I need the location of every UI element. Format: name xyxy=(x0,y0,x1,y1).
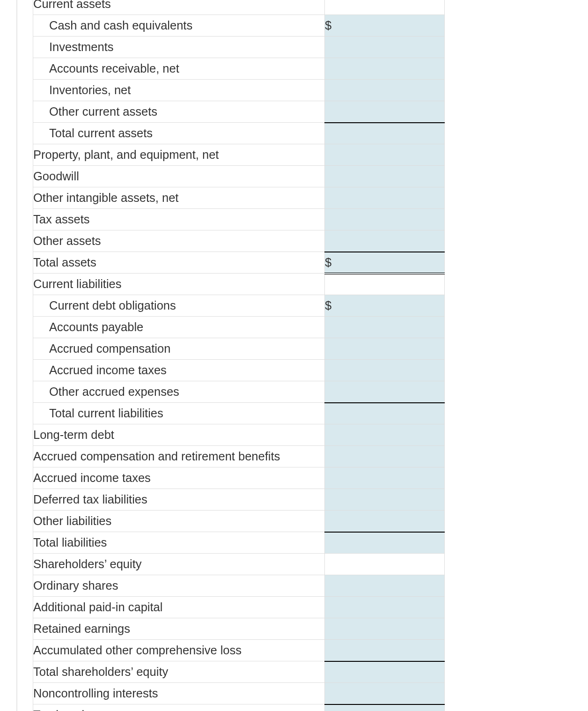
table-row: Total current assets xyxy=(33,123,445,144)
table-row: Other current assets xyxy=(33,101,445,123)
value-cell[interactable] xyxy=(325,532,445,554)
line-item-label: Current liabilities xyxy=(33,274,325,295)
line-item-label: Accounts receivable, net xyxy=(33,58,325,80)
table-row: Accrued income taxes xyxy=(33,360,445,381)
value-cell[interactable] xyxy=(325,209,445,230)
value-cell[interactable]: $ xyxy=(325,15,445,37)
value-cell[interactable] xyxy=(325,618,445,640)
value-cell[interactable] xyxy=(325,166,445,187)
value-cell xyxy=(325,274,445,295)
table-row: Ordinary shares xyxy=(33,575,445,597)
table-row: Total liabilities xyxy=(33,532,445,554)
value-cell[interactable] xyxy=(325,123,445,144)
table-row: Retained earnings xyxy=(33,618,445,640)
line-item-label: Additional paid-in capital xyxy=(33,597,325,618)
value-cell[interactable] xyxy=(325,640,445,661)
value-cell[interactable] xyxy=(325,597,445,618)
value-cell[interactable]: $ xyxy=(325,252,445,274)
table-row: Other accrued expenses xyxy=(33,381,445,403)
line-item-label: Current assets xyxy=(33,0,325,15)
page: Current assetsCash and cash equivalents$… xyxy=(0,0,588,711)
value-cell[interactable] xyxy=(325,683,445,704)
value-cell[interactable] xyxy=(325,187,445,209)
value-cell[interactable] xyxy=(325,511,445,532)
value-cell[interactable] xyxy=(325,704,445,711)
value-cell[interactable] xyxy=(325,489,445,511)
line-item-label: Accrued compensation xyxy=(33,338,325,360)
table-row: Other liabilities xyxy=(33,511,445,532)
table-row: Cash and cash equivalents$ xyxy=(33,15,445,37)
value-cell[interactable] xyxy=(325,467,445,489)
value-cell[interactable] xyxy=(325,661,445,683)
table-row: Accrued income taxes xyxy=(33,467,445,489)
line-item-label: Total current assets xyxy=(33,123,325,144)
line-item-label: Total liabilities xyxy=(33,532,325,554)
line-item-label: Investments xyxy=(33,37,325,58)
table-row: Accounts receivable, net xyxy=(33,58,445,80)
table-row: Property, plant, and equipment, net xyxy=(33,144,445,166)
value-cell[interactable] xyxy=(325,80,445,101)
value-cell[interactable] xyxy=(325,446,445,467)
table-row: Additional paid-in capital xyxy=(33,597,445,618)
line-item-label: Long-term debt xyxy=(33,424,325,446)
table-row: Long-term debt xyxy=(33,424,445,446)
value-cell xyxy=(325,554,445,575)
table-row: Accumulated other comprehensive loss xyxy=(33,640,445,661)
value-cell[interactable] xyxy=(325,144,445,166)
table-row: Investments xyxy=(33,37,445,58)
table-row: Current debt obligations$ xyxy=(33,295,445,317)
balance-sheet-table: Current assetsCash and cash equivalents$… xyxy=(33,0,445,711)
line-item-label: Shareholders’ equity xyxy=(33,554,325,575)
line-item-label: Deferred tax liabilities xyxy=(33,489,325,511)
value-cell[interactable] xyxy=(325,360,445,381)
table-row: Deferred tax liabilities xyxy=(33,489,445,511)
value-cell[interactable] xyxy=(325,230,445,252)
value-cell[interactable] xyxy=(325,424,445,446)
table-row: Accrued compensation and retirement bene… xyxy=(33,446,445,467)
left-margin-rule xyxy=(16,0,17,711)
value-cell[interactable] xyxy=(325,101,445,123)
line-item-label: Other current assets xyxy=(33,101,325,123)
line-item-label: Total assets xyxy=(33,252,325,274)
line-item-label: Current debt obligations xyxy=(33,295,325,317)
value-cell[interactable] xyxy=(325,381,445,403)
line-item-label: Accrued income taxes xyxy=(33,467,325,489)
table-row: Current assets xyxy=(33,0,445,15)
table-row: Noncontrolling interests xyxy=(33,683,445,704)
line-item-label: Other assets xyxy=(33,230,325,252)
table-row: Accrued compensation xyxy=(33,338,445,360)
value-cell[interactable] xyxy=(325,338,445,360)
line-item-label: Inventories, net xyxy=(33,80,325,101)
table-row: Goodwill xyxy=(33,166,445,187)
value-cell[interactable] xyxy=(325,403,445,424)
value-cell[interactable] xyxy=(325,575,445,597)
table-row: Current liabilities xyxy=(33,274,445,295)
table-row: Total equity xyxy=(33,704,445,711)
line-item-label: Noncontrolling interests xyxy=(33,683,325,704)
value-cell[interactable] xyxy=(325,317,445,338)
line-item-label: Property, plant, and equipment, net xyxy=(33,144,325,166)
content-area: Current assetsCash and cash equivalents$… xyxy=(33,0,445,711)
line-item-label: Accrued income taxes xyxy=(33,360,325,381)
line-item-label: Accounts payable xyxy=(33,317,325,338)
line-item-label: Other intangible assets, net xyxy=(33,187,325,209)
line-item-label: Goodwill xyxy=(33,166,325,187)
value-cell[interactable] xyxy=(325,58,445,80)
line-item-label: Total equity xyxy=(33,704,325,711)
value-cell[interactable] xyxy=(325,37,445,58)
value-cell xyxy=(325,0,445,15)
table-row: Total assets$ xyxy=(33,252,445,274)
line-item-label: Total current liabilities xyxy=(33,403,325,424)
line-item-label: Total shareholders’ equity xyxy=(33,661,325,683)
value-cell[interactable]: $ xyxy=(325,295,445,317)
table-row: Other intangible assets, net xyxy=(33,187,445,209)
line-item-label: Retained earnings xyxy=(33,618,325,640)
line-item-label: Accumulated other comprehensive loss xyxy=(33,640,325,661)
line-item-label: Ordinary shares xyxy=(33,575,325,597)
line-item-label: Other liabilities xyxy=(33,511,325,532)
table-row: Other assets xyxy=(33,230,445,252)
line-item-label: Other accrued expenses xyxy=(33,381,325,403)
line-item-label: Tax assets xyxy=(33,209,325,230)
line-item-label: Accrued compensation and retirement bene… xyxy=(33,446,325,467)
line-item-label: Cash and cash equivalents xyxy=(33,15,325,37)
